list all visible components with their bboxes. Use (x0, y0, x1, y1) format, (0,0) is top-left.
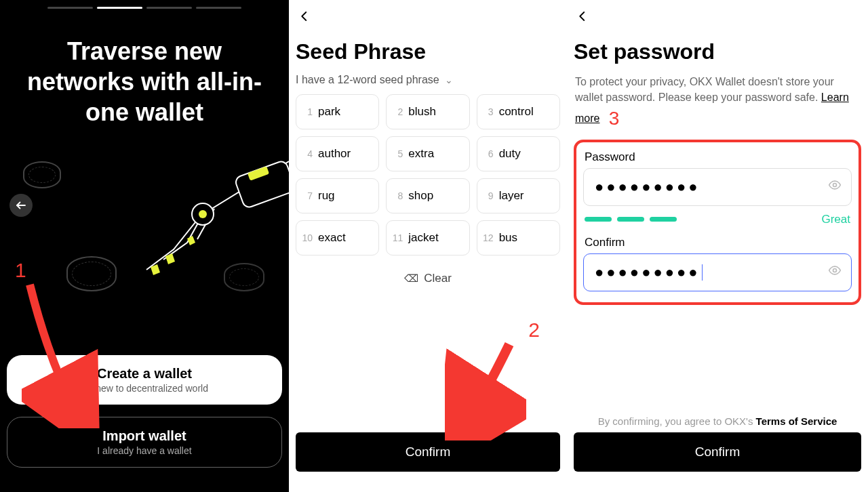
chevron-left-icon (298, 10, 311, 22)
seed-index: 4 (302, 148, 313, 159)
clear-button[interactable]: ⌫ Clear (296, 272, 560, 285)
svg-point-8 (833, 184, 837, 187)
back-button[interactable] (574, 0, 591, 27)
confirm-button[interactable]: Confirm (574, 432, 861, 472)
svg-rect-2 (234, 160, 289, 209)
tos-text: By confirming, you agree to OKX's Terms … (574, 415, 861, 427)
hero-title: Traverse new networks with all-in-one wa… (7, 9, 282, 127)
tos-prefix: By confirming, you agree to OKX's (598, 415, 756, 427)
eye-icon[interactable] (828, 264, 842, 281)
eye-icon[interactable] (828, 178, 842, 195)
seed-index: 8 (392, 190, 403, 201)
seed-word: rug (318, 189, 335, 203)
create-wallet-subtitle: I'm new to decentralized world (14, 383, 275, 394)
strength-indicator: Great (585, 213, 850, 226)
annotation-1: 1 (15, 259, 26, 282)
seed-phrase-panel: Seed Phrase I have a 12-word seed phrase… (289, 0, 567, 492)
seed-word-input[interactable]: 2blush (386, 94, 469, 129)
password-input[interactable]: ●●●●●●●●● (583, 168, 852, 206)
progress-indicator (7, 0, 282, 9)
seed-word: bus (499, 231, 517, 245)
import-wallet-subtitle: I already have a wallet (14, 445, 275, 456)
tos-link[interactable]: Terms of Service (756, 415, 837, 427)
confirm-button[interactable]: Confirm (296, 432, 560, 472)
create-wallet-button[interactable]: Create a wallet I'm new to decentralized… (7, 355, 282, 405)
seed-word: layer (499, 189, 524, 203)
seed-word: jacket (408, 231, 438, 245)
hero-art (7, 134, 282, 310)
seed-word-input[interactable]: 12bus (477, 220, 560, 255)
password-value: ●●●●●●●●● (595, 178, 701, 196)
strength-bars (585, 217, 677, 222)
seed-index: 5 (392, 148, 403, 159)
onboarding-panel: Traverse new networks with all-in-one wa… (0, 0, 289, 492)
confirm-label: Confirm (406, 445, 451, 459)
confirm-password-input[interactable]: ●●●●●●●●● (583, 253, 852, 291)
seed-word: extra (408, 147, 434, 161)
seed-word-input[interactable]: 9layer (477, 178, 560, 213)
seed-word-input[interactable]: 4author (296, 136, 379, 171)
annotation-3: 3 (609, 108, 620, 129)
confirm-label: Confirm (695, 445, 741, 459)
annotation-highlight-box: Password ●●●●●●●●● Great Confirm ●●●●●●●… (574, 140, 861, 305)
annotation-2: 2 (528, 319, 540, 342)
back-button[interactable] (296, 0, 313, 27)
seed-word-input[interactable]: 7rug (296, 178, 379, 213)
seed-index: 2 (392, 106, 403, 117)
password-label: Password (583, 149, 852, 168)
seed-index: 7 (302, 190, 313, 201)
seed-word-input[interactable]: 1park (296, 94, 379, 129)
seed-word-input[interactable]: 8shop (386, 178, 469, 213)
svg-point-4 (199, 210, 207, 218)
phrase-length-selector[interactable]: I have a 12-word seed phrase ⌄ (296, 74, 560, 94)
seed-grid: 1park2blush3control4author5extra6duty7ru… (296, 94, 560, 255)
confirm-value: ●●●●●●●●● (595, 264, 701, 281)
seed-word-input[interactable]: 6duty (477, 136, 560, 171)
seed-index: 10 (302, 232, 313, 243)
svg-marker-7 (187, 236, 195, 245)
seed-index: 12 (483, 232, 494, 243)
seed-word: park (318, 105, 340, 119)
robot-hand-illustration (85, 155, 289, 276)
seed-word-input[interactable]: 5extra (386, 136, 469, 171)
seed-word: author (318, 147, 351, 161)
seed-index: 3 (483, 106, 494, 117)
seed-word-input[interactable]: 10exact (296, 220, 379, 255)
selector-label: I have a 12-word seed phrase (296, 74, 439, 86)
create-wallet-title: Create a wallet (14, 366, 275, 382)
chevron-down-icon: ⌄ (445, 75, 453, 85)
strength-label: Great (821, 213, 850, 226)
clear-icon: ⌫ (404, 272, 418, 285)
chevron-left-icon (576, 10, 589, 22)
clear-label: Clear (424, 272, 452, 285)
seed-word: blush (408, 105, 436, 119)
description: To protect your privacy, OKX Wallet does… (574, 74, 861, 137)
seed-word-input[interactable]: 3control (477, 94, 560, 129)
seed-word: shop (408, 189, 433, 203)
screen-title: Set password (574, 27, 861, 74)
seed-word: duty (499, 147, 521, 161)
import-wallet-button[interactable]: Import wallet I already have a wallet (7, 417, 282, 468)
seed-word-input[interactable]: 11jacket (386, 220, 469, 255)
seed-index: 11 (392, 232, 403, 243)
svg-point-9 (833, 269, 837, 272)
set-password-panel: Set password To protect your privacy, OK… (567, 0, 868, 492)
seed-index: 6 (483, 148, 494, 159)
seed-index: 9 (483, 190, 494, 201)
seed-word: control (499, 105, 534, 119)
screen-title: Seed Phrase (296, 27, 560, 74)
description-text: To protect your privacy, OKX Wallet does… (575, 76, 834, 103)
button-stack: Create a wallet I'm new to decentralized… (7, 355, 282, 468)
import-wallet-title: Import wallet (14, 428, 275, 444)
seed-index: 1 (302, 106, 313, 117)
seed-word: exact (318, 231, 346, 245)
confirm-label: Confirm (583, 234, 852, 253)
annotation-arrow-2 (445, 339, 526, 440)
